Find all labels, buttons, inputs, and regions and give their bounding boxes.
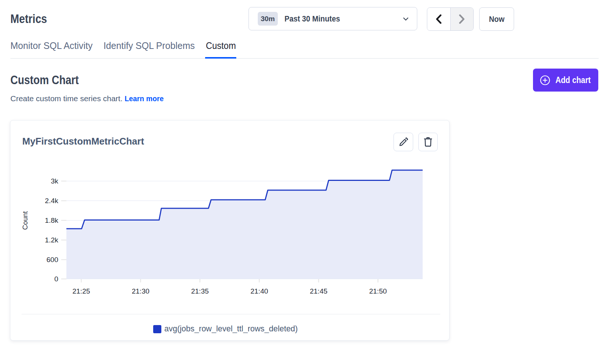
svg-text:1.8k: 1.8k <box>45 216 58 224</box>
svg-text:600: 600 <box>46 256 58 264</box>
svg-text:21:30: 21:30 <box>132 287 149 295</box>
svg-text:21:40: 21:40 <box>250 287 268 295</box>
svg-text:1.2k: 1.2k <box>45 236 58 244</box>
svg-text:3k: 3k <box>51 177 59 185</box>
svg-text:21:45: 21:45 <box>310 287 328 295</box>
svg-text:21:25: 21:25 <box>72 287 90 295</box>
svg-text:21:35: 21:35 <box>191 287 209 295</box>
svg-text:2.4k: 2.4k <box>45 197 58 205</box>
svg-text:Count: Count <box>21 211 29 230</box>
svg-text:21:50: 21:50 <box>369 287 387 295</box>
svg-text:0: 0 <box>54 275 58 283</box>
